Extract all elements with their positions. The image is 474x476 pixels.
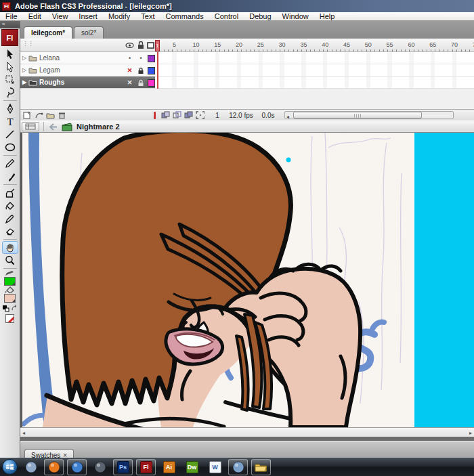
- stage-scroll-left-arrow-icon[interactable]: ◂: [22, 430, 25, 436]
- taskbar-flash-icon[interactable]: Fl: [136, 459, 156, 475]
- menu-insert[interactable]: Insert: [73, 12, 103, 21]
- ruler-tick-label: 10: [192, 41, 199, 48]
- flash-application-window: Fl Adobe Flash CS3 Professional - [leile…: [0, 0, 474, 476]
- folder-expand-arrow-icon[interactable]: ▶: [20, 79, 28, 85]
- tools-panel: » Fl T: [0, 21, 20, 458]
- start-button[interactable]: [2, 459, 18, 475]
- ruler-tick-label: 35: [300, 41, 307, 48]
- hand-tool[interactable]: [2, 241, 18, 254]
- taskbar-explorer-folder-icon[interactable]: [251, 459, 271, 475]
- show-hide-all-layers-icon[interactable]: [125, 41, 134, 49]
- pen-tool[interactable]: [2, 102, 18, 115]
- ruler-tick-label: 70: [451, 41, 458, 48]
- document-tab-sol2[interactable]: sol2*: [74, 26, 104, 39]
- show-all-layers-as-outlines-icon[interactable]: [146, 41, 155, 49]
- stage-canvas[interactable]: [20, 133, 474, 427]
- timeline-grip[interactable]: ⋮⋮: [22, 42, 26, 49]
- menu-text[interactable]: Text: [135, 12, 160, 21]
- ruler-tick-label: 30: [279, 41, 286, 48]
- timeline-status-bar: 1 12.0 fps 0.0s ◂: [20, 109, 474, 121]
- layer-outline-color-chip[interactable]: [148, 79, 155, 87]
- flash-logo: Fl: [1, 29, 18, 46]
- frames-grid[interactable]: [155, 52, 474, 89]
- taskbar-media-player-2-icon[interactable]: [228, 459, 248, 475]
- ruler-tick-label: 5: [173, 41, 176, 48]
- insert-layer-folder-button[interactable]: [46, 111, 55, 119]
- taskbar-photo-viewer-icon[interactable]: [90, 459, 110, 475]
- eyedropper-tool[interactable]: [2, 212, 18, 225]
- onion-skin-outlines-button[interactable]: [173, 111, 181, 119]
- stage-horizontal-scrollbar[interactable]: ◂ ▸: [20, 427, 474, 437]
- menu-control[interactable]: Control: [209, 12, 244, 21]
- brush-tool[interactable]: [2, 170, 18, 183]
- timeline-scrollbar-thumb[interactable]: [293, 112, 422, 118]
- taskbar-photoshop-icon[interactable]: Ps: [113, 459, 133, 475]
- layer-locked-icon[interactable]: [137, 77, 146, 89]
- scroll-left-arrow-icon[interactable]: ◂: [286, 114, 289, 120]
- line-tool[interactable]: [2, 128, 18, 141]
- zoom-tool[interactable]: [2, 254, 18, 267]
- layer-hidden-x-icon[interactable]: ✕: [125, 77, 134, 89]
- folder-expand-arrow-icon[interactable]: ▷: [20, 55, 28, 61]
- menu-file[interactable]: File: [0, 12, 23, 21]
- cyan-background-bar: [414, 133, 474, 427]
- menu-view[interactable]: View: [47, 12, 74, 21]
- oval-tool[interactable]: [2, 141, 18, 154]
- no-color-button[interactable]: [5, 314, 14, 323]
- add-motion-guide-button[interactable]: [35, 111, 43, 119]
- taskbar-thunderbird-icon[interactable]: [67, 459, 87, 475]
- layer-row-lelana[interactable]: ▷Lelana••: [20, 52, 155, 64]
- insert-layer-button[interactable]: [23, 111, 32, 119]
- stage-scroll-right-arrow-icon[interactable]: ▸: [469, 430, 472, 436]
- edited-symbol-name[interactable]: Nightmare 2: [77, 123, 120, 131]
- taskbar-word-icon[interactable]: W: [205, 459, 225, 475]
- timeline-horizontal-scrollbar[interactable]: ◂: [284, 111, 454, 119]
- menu-modify[interactable]: Modify: [103, 12, 135, 21]
- svg-text:T: T: [7, 116, 13, 127]
- lasso-tool[interactable]: [2, 86, 18, 99]
- subselection-tool[interactable]: [2, 60, 18, 73]
- layer-locked-icon[interactable]: [137, 64, 146, 77]
- layer-outline-color-chip[interactable]: [148, 55, 155, 62]
- paint-bucket-tool[interactable]: [2, 199, 18, 212]
- edit-multiple-frames-button[interactable]: [184, 111, 193, 119]
- eraser-tool[interactable]: [2, 225, 18, 238]
- timeline-ruler[interactable]: 1 51015202530354045505560657075: [155, 39, 474, 52]
- delete-layer-button[interactable]: [58, 111, 66, 119]
- onion-skin-button[interactable]: [161, 111, 170, 119]
- taskbar-media-player-icon[interactable]: [21, 459, 41, 475]
- document-tab-leilegcom[interactable]: leilegcom*: [24, 26, 72, 39]
- free-transform-tool[interactable]: [2, 73, 18, 86]
- menu-debug[interactable]: Debug: [244, 12, 276, 21]
- text-tool[interactable]: T: [2, 115, 18, 128]
- timeline-toggle-button[interactable]: [22, 122, 39, 131]
- layer-outline-color-chip[interactable]: [148, 67, 155, 74]
- menu-commands[interactable]: Commands: [160, 12, 209, 21]
- layer-visible-dot-icon[interactable]: •: [125, 52, 134, 64]
- frame-rate-indicator[interactable]: 12.0 fps: [228, 112, 255, 119]
- playhead[interactable]: 1: [155, 40, 160, 51]
- fill-color-swatch[interactable]: [4, 294, 16, 303]
- taskbar-dreamweaver-icon[interactable]: Dw: [182, 459, 202, 475]
- stroke-color-swatch[interactable]: [4, 277, 16, 286]
- menu-help[interactable]: Help: [314, 12, 341, 21]
- back-arrow-button[interactable]: [48, 123, 58, 131]
- menu-edit[interactable]: Edit: [23, 12, 47, 21]
- layer-unlocked-dot-icon[interactable]: •: [137, 52, 146, 64]
- swap-colors-icon[interactable]: [11, 305, 18, 312]
- lock-unlock-all-layers-icon[interactable]: [136, 41, 145, 49]
- selection-tool[interactable]: [2, 47, 18, 60]
- pencil-tool[interactable]: [2, 157, 18, 170]
- folder-expand-arrow-icon[interactable]: ▷: [20, 67, 28, 73]
- taskbar-illustrator-icon[interactable]: Ai: [159, 459, 179, 475]
- title-bar[interactable]: Fl Adobe Flash CS3 Professional - [leile…: [0, 0, 474, 12]
- layer-hidden-x-icon[interactable]: ✕: [125, 64, 134, 77]
- menu-window[interactable]: Window: [277, 12, 314, 21]
- taskbar-firefox-icon[interactable]: [44, 459, 64, 475]
- ink-bottle-tool[interactable]: [2, 186, 18, 199]
- layer-row-legam[interactable]: ▷Legam✕: [20, 64, 155, 77]
- layer-row-roughs[interactable]: ▶Roughs✕: [20, 77, 155, 89]
- tools-panel-expand-button[interactable]: »: [0, 21, 20, 28]
- default-colors-icon[interactable]: [2, 305, 9, 312]
- modify-onion-markers-button[interactable]: [196, 111, 204, 119]
